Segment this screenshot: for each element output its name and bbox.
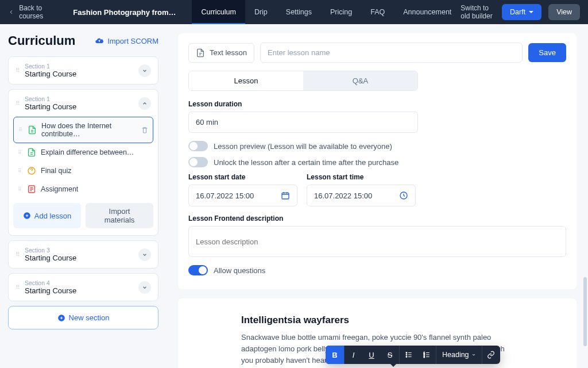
lesson-item[interactable]: ⠿ Explain difference between… bbox=[13, 143, 153, 162]
expand-button[interactable] bbox=[138, 281, 151, 294]
section-header[interactable]: ⠿ Section 1 Starting Course bbox=[9, 90, 158, 117]
section-card: ⠿ Section 4 Starting Course bbox=[8, 273, 158, 301]
expand-button[interactable] bbox=[138, 248, 151, 261]
cloud-upload-icon bbox=[95, 36, 104, 45]
frontend-desc-label: Lesson Frontend description bbox=[188, 214, 566, 223]
tab-curriculum[interactable]: Curriculum bbox=[192, 0, 245, 24]
view-button[interactable]: View bbox=[548, 4, 580, 20]
lesson-type-selector[interactable]: Text lesson bbox=[188, 43, 254, 63]
lesson-item[interactable]: ⠿ How does the Internet contribute… bbox=[13, 117, 153, 143]
section-header[interactable]: ⠿ Section 4 Starting Course bbox=[9, 274, 158, 301]
lesson-name-input[interactable] bbox=[260, 43, 523, 63]
switch-builder-link[interactable]: Switch to old builder bbox=[461, 4, 495, 20]
preview-toggle[interactable] bbox=[188, 141, 208, 151]
calendar-icon bbox=[281, 191, 290, 200]
lesson-qa-tabs: Lesson Q&A bbox=[188, 71, 418, 91]
course-title: Fashion Photography from… bbox=[66, 8, 183, 17]
section-card: ⠿ Section 3 Starting Course bbox=[8, 240, 158, 269]
chevron-up-icon bbox=[142, 101, 148, 106]
section-card: ⠿ Section 1 Starting Course bbox=[8, 56, 158, 85]
drag-handle-icon[interactable]: ⠿ bbox=[16, 100, 20, 106]
allow-questions-toggle[interactable] bbox=[188, 265, 208, 275]
drag-handle-icon[interactable]: ⠿ bbox=[18, 168, 22, 174]
sidebar: Curriculum Import SCORM ⠿ Section 1 Star… bbox=[0, 24, 167, 368]
section-header[interactable]: ⠿ Section 1 Starting Course bbox=[9, 57, 158, 84]
scrollbar[interactable] bbox=[583, 277, 587, 346]
tab-qa[interactable]: Q&A bbox=[303, 71, 417, 90]
main-content: Text lesson Save Lesson Q&A Lesson durat… bbox=[167, 24, 588, 368]
start-time-input[interactable]: 16.07.2022 15:00 bbox=[307, 185, 416, 206]
strikethrough-button[interactable]: S bbox=[381, 346, 399, 364]
document-icon bbox=[28, 125, 37, 135]
content-editor[interactable]: Intelligentsia wayfarers Snackwave blue … bbox=[178, 298, 577, 368]
chevron-down-icon bbox=[471, 352, 476, 357]
new-section-button[interactable]: New section bbox=[8, 306, 158, 329]
topbar: Back to courses Fashion Photography from… bbox=[0, 0, 588, 24]
tab-settings[interactable]: Settings bbox=[277, 0, 321, 24]
nav-tabs: Curriculum Drip Settings Pricing FAQ Ann… bbox=[192, 0, 461, 24]
start-date-input[interactable]: 16.07.2022 15:00 bbox=[188, 185, 297, 206]
back-to-courses[interactable]: Back to courses bbox=[0, 4, 66, 20]
back-label: Back to courses bbox=[19, 4, 58, 20]
underline-button[interactable]: U bbox=[362, 346, 381, 364]
sidebar-title: Curriculum bbox=[8, 33, 75, 48]
duration-input[interactable] bbox=[188, 112, 418, 133]
trash-icon[interactable] bbox=[141, 126, 148, 134]
drag-handle-icon[interactable]: ⠿ bbox=[16, 251, 20, 258]
chevron-down-icon bbox=[529, 11, 533, 13]
draft-button[interactable]: Darft bbox=[502, 4, 541, 20]
bullet-list-button[interactable] bbox=[399, 346, 417, 364]
bold-button[interactable]: B bbox=[326, 346, 344, 364]
start-date-label: Lesson start date bbox=[188, 173, 297, 181]
drag-handle-icon[interactable]: ⠿ bbox=[18, 150, 22, 155]
collapse-button[interactable] bbox=[138, 97, 151, 110]
drag-handle-icon[interactable]: ⠿ bbox=[18, 127, 23, 133]
preview-label: Lesson preview (Lesson will be available… bbox=[214, 142, 392, 151]
document-icon bbox=[27, 148, 36, 157]
toolbar-arrow bbox=[390, 364, 396, 367]
chevron-down-icon bbox=[142, 285, 148, 290]
link-icon bbox=[487, 351, 495, 359]
text-format-toolbar: B I U S 123 Heading bbox=[326, 346, 500, 364]
svg-rect-4 bbox=[282, 193, 289, 199]
svg-point-6 bbox=[406, 352, 407, 354]
import-materials-button[interactable]: Import materials bbox=[86, 203, 153, 228]
document-icon bbox=[196, 48, 205, 57]
svg-point-8 bbox=[406, 356, 407, 358]
tab-faq[interactable]: FAQ bbox=[361, 0, 394, 24]
drag-handle-icon[interactable]: ⠿ bbox=[16, 67, 20, 74]
chevron-down-icon bbox=[142, 252, 148, 258]
drag-handle-icon[interactable]: ⠿ bbox=[16, 284, 20, 290]
section-header[interactable]: ⠿ Section 3 Starting Course bbox=[9, 241, 158, 268]
lesson-item[interactable]: ⠿ Assignment bbox=[13, 180, 153, 198]
content-heading: Intelligentsia wayfarers bbox=[241, 315, 513, 326]
drag-handle-icon[interactable]: ⠿ bbox=[18, 186, 22, 192]
link-button[interactable] bbox=[482, 346, 500, 364]
italic-button[interactable]: I bbox=[344, 346, 362, 364]
ordered-list-button[interactable]: 123 bbox=[417, 346, 436, 364]
bullet-list-icon bbox=[405, 351, 413, 359]
tab-drip[interactable]: Drip bbox=[245, 0, 277, 24]
svg-text:3: 3 bbox=[424, 356, 425, 358]
tab-announcement[interactable]: Announcement bbox=[394, 0, 461, 24]
tab-lesson[interactable]: Lesson bbox=[189, 71, 303, 90]
ordered-list-icon: 123 bbox=[423, 351, 431, 359]
add-lesson-button[interactable]: Add lesson bbox=[13, 203, 81, 228]
lesson-item[interactable]: ⠿ Final quiz bbox=[13, 162, 153, 180]
tab-pricing[interactable]: Pricing bbox=[321, 0, 361, 24]
import-scorm-button[interactable]: Import SCORM bbox=[95, 36, 158, 45]
plus-circle-icon bbox=[57, 314, 65, 322]
assignment-icon bbox=[27, 185, 36, 194]
frontend-desc-input[interactable] bbox=[188, 226, 566, 257]
chevron-down-icon bbox=[142, 68, 148, 74]
expand-button[interactable] bbox=[138, 64, 151, 77]
unlock-label: Unlock the lesson after a certain time a… bbox=[214, 158, 399, 167]
section-card: ⠿ Section 1 Starting Course ⠿ How does t… bbox=[8, 89, 158, 236]
clock-icon bbox=[399, 191, 408, 200]
quiz-icon bbox=[27, 166, 36, 175]
start-time-label: Lesson start time bbox=[307, 173, 416, 181]
unlock-toggle[interactable] bbox=[188, 157, 208, 167]
lesson-settings-panel: Text lesson Save Lesson Q&A Lesson durat… bbox=[178, 33, 577, 289]
heading-dropdown[interactable]: Heading bbox=[436, 346, 482, 364]
save-button[interactable]: Save bbox=[528, 43, 566, 62]
